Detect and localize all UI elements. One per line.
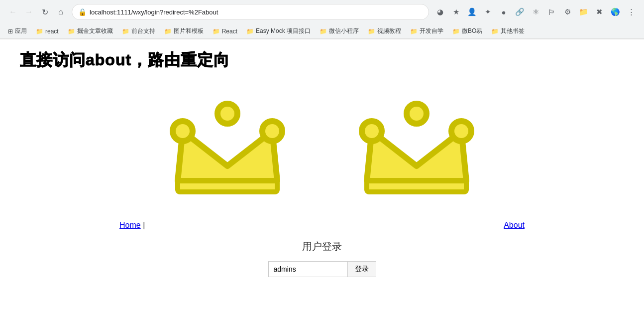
- bookmarks-bar: ⊞ 应用 📁 react 📁 掘金文章收藏 📁 前台支持 📁 图片和模板 📁 R…: [0, 24, 644, 39]
- extension7-button[interactable]: 📁: [576, 5, 590, 19]
- login-section: 用户登录 登录: [20, 240, 624, 277]
- extension4-button[interactable]: ⚛: [529, 5, 542, 19]
- crowns-container: [20, 81, 624, 206]
- nav-links: Home | About: [20, 221, 624, 230]
- address-text: localhost:1111/wxy/login?redirect=%2Fabo…: [90, 8, 423, 16]
- bookmark-label: 开发自学: [420, 27, 443, 35]
- apps-icon: ⊞: [8, 28, 13, 35]
- extension6-button[interactable]: ⚙: [560, 5, 574, 19]
- bookmark-video[interactable]: 📁 视频教程: [364, 25, 405, 37]
- bookmark-react1[interactable]: 📁 react: [32, 26, 63, 36]
- svg-rect-1: [178, 181, 277, 192]
- bookmark-label: 微信小程序: [329, 27, 359, 35]
- folder-icon: 📁: [68, 28, 75, 35]
- forward-button[interactable]: →: [22, 5, 36, 19]
- extension8-button[interactable]: ✖: [592, 5, 606, 19]
- bookmark-wechat[interactable]: 📁 微信小程序: [316, 25, 363, 37]
- bookmark-label: 掘金文章收藏: [77, 27, 113, 35]
- bookmark-qiantai[interactable]: 📁 前台支持: [118, 25, 159, 37]
- home-button[interactable]: ⌂: [54, 5, 68, 19]
- bookmark-easymock[interactable]: 📁 Easy Mock 项目接口: [242, 25, 315, 37]
- bookmark-label: Easy Mock 项目接口: [256, 27, 311, 35]
- folder-icon: 📁: [36, 28, 43, 35]
- folder-icon: 📁: [491, 28, 499, 35]
- folder-icon: 📁: [122, 28, 129, 35]
- profile-button[interactable]: 👤: [465, 5, 479, 19]
- crown-icon-right: [347, 81, 486, 206]
- page-title: 直接访问about，路由重定向: [20, 49, 624, 71]
- nav-buttons: ← → ↻ ⌂: [6, 5, 68, 19]
- bookmark-label: 其他书签: [501, 27, 525, 35]
- browser-chrome: ← → ↻ ⌂ 🔒 localhost:1111/wxy/login?redir…: [0, 0, 644, 39]
- bookmark-label: react: [45, 28, 59, 35]
- folder-icon: 📁: [320, 28, 327, 35]
- bookmark-label: 图片和模板: [174, 27, 204, 35]
- toolbar-icons: ◕ ★ 👤 ✦ ● 🔗 ⚛ 🏳 ⚙ 📁 ✖ 🌎 ⋮: [433, 5, 638, 19]
- bookmark-images[interactable]: 📁 图片和模板: [160, 25, 208, 37]
- folder-icon: 📁: [368, 28, 375, 35]
- svg-point-7: [362, 121, 382, 141]
- bookmark-label: 前台支持: [131, 27, 155, 35]
- folder-icon: 📁: [164, 28, 172, 35]
- bookmark-label: 应用: [15, 27, 27, 35]
- reload-button[interactable]: ↻: [38, 5, 52, 19]
- username-input[interactable]: [268, 261, 348, 277]
- bookmark-label: React: [222, 28, 237, 35]
- login-button[interactable]: 登录: [348, 261, 376, 277]
- bookmark-boyi[interactable]: 📁 微BO易: [448, 25, 486, 37]
- bookmark-label: 微BO易: [462, 27, 482, 35]
- bookmark-apps[interactable]: ⊞ 应用: [4, 25, 31, 37]
- extension3-button[interactable]: 🔗: [513, 5, 527, 19]
- about-link[interactable]: About: [504, 221, 525, 230]
- svg-point-2: [173, 121, 193, 141]
- folder-icon: 📁: [213, 28, 220, 35]
- svg-point-3: [217, 104, 237, 124]
- nav-separator: |: [143, 221, 145, 229]
- bookmark-devself[interactable]: 📁 开发自学: [406, 25, 447, 37]
- menu-button[interactable]: ⋮: [624, 5, 638, 19]
- svg-point-4: [262, 121, 282, 141]
- svg-point-8: [407, 104, 427, 124]
- crown-icon-left: [158, 81, 297, 206]
- bookmark-juejin[interactable]: 📁 掘金文章收藏: [64, 25, 117, 37]
- lock-icon: 🔒: [78, 8, 87, 16]
- home-link[interactable]: Home: [119, 221, 141, 229]
- login-title: 用户登录: [302, 240, 342, 253]
- bookmark-label: 视频教程: [377, 27, 401, 35]
- bookmark-button[interactable]: ★: [449, 5, 463, 19]
- folder-icon: 📁: [452, 28, 460, 35]
- extension2-button[interactable]: ●: [497, 5, 511, 19]
- bookmark-react2[interactable]: 📁 React: [209, 26, 241, 36]
- folder-icon: 📁: [410, 28, 418, 35]
- home-link-container: Home |: [119, 221, 145, 230]
- login-form: 登录: [268, 261, 376, 277]
- cast-button[interactable]: ◕: [433, 5, 447, 19]
- extension5-button[interactable]: 🏳: [544, 5, 558, 19]
- extension1-button[interactable]: ✦: [481, 5, 495, 19]
- page-content: 直接访问about，路由重定向: [0, 39, 644, 319]
- extension9-button[interactable]: 🌎: [608, 5, 622, 19]
- browser-toolbar: ← → ↻ ⌂ 🔒 localhost:1111/wxy/login?redir…: [0, 0, 644, 24]
- folder-icon: 📁: [246, 28, 254, 35]
- address-bar[interactable]: 🔒 localhost:1111/wxy/login?redirect=%2Fa…: [72, 4, 429, 20]
- back-button[interactable]: ←: [6, 5, 20, 19]
- bookmark-others[interactable]: 📁 其他书签: [487, 25, 529, 37]
- svg-rect-6: [367, 181, 466, 192]
- svg-point-9: [451, 121, 471, 141]
